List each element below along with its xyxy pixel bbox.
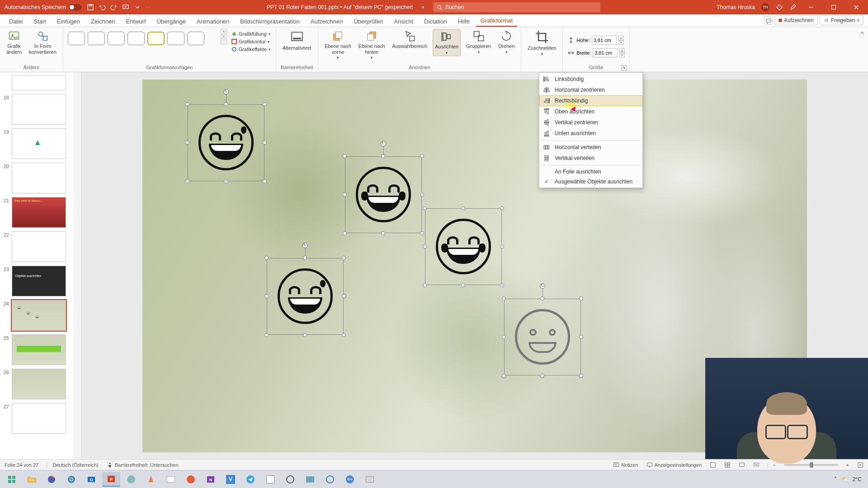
app-generic-8[interactable]: Bw <box>341 472 359 487</box>
menu-vertikal-verteilen[interactable]: Vertikal verteilen <box>539 153 642 164</box>
rotate-handle[interactable] <box>381 141 386 146</box>
hoehe-spinner[interactable]: ▴▾ <box>618 36 624 45</box>
grafikeffekte-button[interactable]: Grafikeffekte▾ <box>231 46 271 52</box>
breite-spinner[interactable]: ▴▾ <box>619 48 625 57</box>
notes-button[interactable]: Notizen <box>613 462 638 468</box>
tab-zeichnen[interactable]: Zeichnen <box>86 16 119 27</box>
share-button[interactable]: Freigeben▾ <box>820 15 863 25</box>
redo-icon[interactable] <box>110 4 118 11</box>
view-reading-button[interactable] <box>739 462 745 468</box>
toggle-switch[interactable] <box>69 4 81 10</box>
ebene-hinten-button[interactable]: Ebene nach hinten▾ <box>357 29 387 61</box>
tray-chevron-icon[interactable]: ˄ <box>834 476 837 483</box>
tab-datei[interactable]: Datei <box>5 16 27 27</box>
undo-icon[interactable] <box>99 4 106 11</box>
app-generic-9[interactable] <box>361 472 379 487</box>
tab-animationen[interactable]: Animationen <box>192 16 234 27</box>
style-preset[interactable] <box>147 32 165 45</box>
record-button[interactable]: Aufzeichnen <box>774 15 818 25</box>
auswahlbereich-button[interactable]: Auswahlbereich <box>391 29 429 50</box>
menu-rechtsbuendig[interactable]: Rechtsbündig <box>539 95 642 106</box>
selected-shape-1[interactable] <box>188 104 264 181</box>
outlook-app[interactable]: O <box>82 472 100 487</box>
groesse-dialog-launcher[interactable]: ⬊ <box>621 65 627 70</box>
close-button[interactable] <box>848 0 864 14</box>
slide-thumb-19[interactable]: ▲ <box>12 128 66 159</box>
menu-horizontal-verteilen[interactable]: Horizontal verteilen <box>539 142 642 153</box>
slide-thumb-27[interactable] <box>12 403 66 434</box>
slide-thumb-26[interactable] <box>12 369 66 399</box>
rotate-handle[interactable] <box>540 283 545 289</box>
zoom-out-button[interactable]: − <box>768 462 775 468</box>
fit-to-window-button[interactable] <box>857 462 863 468</box>
menu-horizontal-zentrieren[interactable]: Horizontal zentrieren <box>539 84 642 95</box>
more-icon[interactable] <box>134 4 141 11</box>
chrome-app[interactable] <box>62 472 80 487</box>
minimize-button[interactable] <box>803 0 819 14</box>
gruppieren-button[interactable]: Gruppieren▾ <box>464 29 493 55</box>
slide-thumb-18[interactable] <box>12 94 66 125</box>
gallery-scroll[interactable]: ▴▾⋯ <box>221 29 227 44</box>
system-tray[interactable]: ˄ ⛅ 2°C <box>834 476 865 483</box>
selected-shape-2[interactable] <box>345 156 422 233</box>
tab-ansicht[interactable]: Ansicht <box>389 16 418 27</box>
style-preset[interactable] <box>167 32 184 45</box>
thumbs-scroll-down[interactable]: ▾ <box>75 452 80 457</box>
tab-einfuegen[interactable]: Einfügen <box>52 16 85 27</box>
app-v[interactable]: V <box>222 472 240 487</box>
tab-grafikformat[interactable]: Grafikformat <box>476 15 518 27</box>
diamond-icon[interactable] <box>776 4 783 11</box>
style-preset[interactable] <box>187 32 204 45</box>
menu-vertikal-zentrieren[interactable]: Vertikal zentrieren <box>539 117 642 128</box>
slide-thumb-22[interactable] <box>12 231 66 262</box>
style-preset[interactable] <box>127 32 145 45</box>
app-generic-1[interactable] <box>122 472 140 487</box>
powerpoint-app[interactable]: P <box>102 472 120 487</box>
menu-unten-ausrichten[interactable]: Unten ausrichten <box>539 128 642 139</box>
vlc-app[interactable] <box>142 472 160 487</box>
ebene-vorne-button[interactable]: Ebene nach vorne▾ <box>323 29 353 61</box>
tab-entwurf[interactable]: Entwurf <box>122 16 151 27</box>
thumbs-scroll-up[interactable]: ▴ <box>75 74 80 80</box>
app-generic-6[interactable] <box>301 472 319 487</box>
view-normal-button[interactable] <box>710 462 716 468</box>
menu-linksbuendig[interactable]: Linksbündig <box>539 74 642 84</box>
alternativtext-button[interactable]: Alternativtext <box>281 29 313 52</box>
rotate-handle[interactable] <box>302 243 308 248</box>
view-sorter-button[interactable] <box>724 462 731 468</box>
tab-bildschirmpraesentation[interactable]: Bildschirmpräsentation <box>236 16 304 27</box>
display-settings-button[interactable]: Anzeigeeinstellungen <box>646 462 702 468</box>
style-gallery[interactable] <box>68 29 217 45</box>
zuschneiden-button[interactable]: Zuschneiden▾ <box>526 29 558 57</box>
start-button[interactable] <box>3 472 21 487</box>
zoom-slider[interactable] <box>784 464 838 466</box>
breite-input[interactable] <box>593 48 618 57</box>
selected-shape-4[interactable] <box>267 258 344 335</box>
selected-shape-3[interactable] <box>425 208 502 285</box>
onenote-app[interactable]: N <box>202 472 220 487</box>
tab-aufzeichnen[interactable]: Aufzeichnen <box>306 16 348 27</box>
zoom-in-button[interactable]: + <box>846 462 849 468</box>
grafik-aendern-button[interactable]: Grafik ändern <box>5 29 24 56</box>
maximize-button[interactable] <box>826 0 842 14</box>
tab-start[interactable]: Start <box>29 16 50 27</box>
slideshow-icon[interactable] <box>122 4 129 11</box>
view-slideshow-button[interactable] <box>753 462 760 468</box>
grafikkontur-button[interactable]: Grafikkontur▾ <box>231 38 271 45</box>
collapse-ribbon-icon[interactable] <box>859 30 865 36</box>
accessibility-check[interactable]: Barrierefreiheit: Untersuchen <box>107 462 179 468</box>
firefox-app[interactable] <box>42 472 61 487</box>
tab-ueberpruefen[interactable]: Überprüfen <box>349 16 387 27</box>
hoehe-input[interactable] <box>592 36 617 45</box>
explorer-app[interactable] <box>23 472 41 487</box>
app-generic-3[interactable] <box>182 472 200 487</box>
in-form-konvertieren-button[interactable]: In Form konvertieren <box>27 29 58 56</box>
menu-oben-ausrichten[interactable]: Oben ausrichten <box>539 106 642 117</box>
slide-thumb-21[interactable]: They went to Saturn... <box>12 197 66 228</box>
pen-icon[interactable] <box>789 4 797 11</box>
style-preset[interactable] <box>88 32 105 45</box>
user-avatar[interactable]: TH <box>761 3 769 11</box>
selected-shape-5[interactable] <box>504 299 581 375</box>
tab-dictation[interactable]: Dictation <box>420 16 452 27</box>
slide-thumb-24[interactable]: ☺☺☺ <box>12 300 66 331</box>
